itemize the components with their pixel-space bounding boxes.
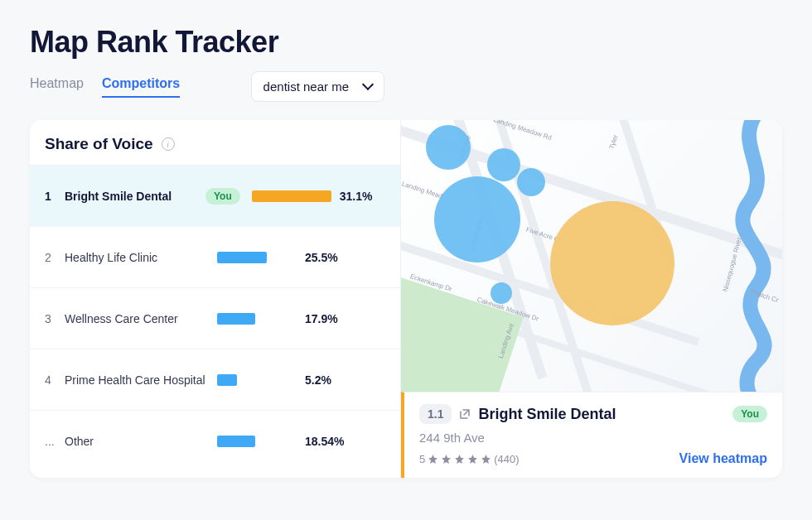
business-detail-card: 1.1 Bright Smile Dental You 244 9th Ave … [401, 392, 782, 478]
stars-value: 5 [419, 453, 425, 465]
star-icon [467, 454, 478, 465]
pct-label: 5.2% [305, 373, 331, 387]
competitor-name: Prime Health Care Hospital [65, 373, 205, 387]
rank-number: 1 [45, 190, 65, 203]
map-bubble[interactable] [487, 148, 520, 181]
view-heatmap-link[interactable]: View heatmap [679, 451, 767, 466]
table-row[interactable]: 4 Prime Health Care Hospital 5.2% [30, 349, 400, 411]
competitor-name: Healthy Life Clinic [65, 251, 205, 264]
competitor-name: Bright Smile Dental [65, 190, 205, 203]
bar-fill [217, 374, 237, 386]
info-icon[interactable]: i [162, 137, 175, 151]
rank-number: 2 [45, 251, 65, 264]
table-row[interactable]: 2 Healthy Life Clinic 25.5% [30, 227, 400, 288]
bar-fill [252, 190, 331, 202]
external-link-icon[interactable] [460, 409, 470, 419]
bar-wrap: 17.9% [217, 312, 385, 325]
map-view[interactable]: Landing Meadow Rd Landing Mead Eckenkamp… [401, 120, 782, 392]
map-bubble[interactable] [426, 125, 471, 170]
rank-number: 4 [45, 373, 65, 387]
tab-heatmap[interactable]: Heatmap [30, 76, 84, 98]
bar-fill [217, 313, 255, 325]
map-bubble[interactable] [434, 176, 520, 262]
rank-number: 3 [45, 312, 65, 325]
bar-wrap: 18.54% [217, 435, 385, 448]
bar-wrap: 25.5% [217, 251, 385, 264]
right-panel: Landing Meadow Rd Landing Mead Eckenkamp… [401, 120, 782, 478]
table-row[interactable]: ... Other 18.54% [30, 411, 400, 472]
tabs: Heatmap Competitors [30, 76, 180, 98]
rank-number: ... [45, 435, 65, 448]
map-bubble[interactable] [517, 168, 545, 196]
map-bubble[interactable] [491, 282, 512, 304]
main-panels: Share of Voice i 1 Bright Smile Dental Y… [30, 120, 782, 478]
share-of-voice-panel: Share of Voice i 1 Bright Smile Dental Y… [30, 120, 401, 478]
controls-bar: Heatmap Competitors dentist near me [0, 71, 812, 120]
reviews-count: (440) [494, 453, 519, 465]
tab-competitors[interactable]: Competitors [102, 76, 180, 98]
map-road-label: Landing Mead [401, 180, 443, 200]
rating-stars: 5 (440) [419, 453, 520, 465]
table-row[interactable]: 1 Bright Smile Dental You 31.1% [30, 166, 400, 227]
map-river [658, 120, 782, 392]
avg-rank-pill: 1.1 [419, 404, 452, 424]
business-name: Bright Smile Dental [478, 406, 724, 423]
you-badge: You [732, 406, 767, 422]
keyword-selected-label: dentist near me [263, 79, 349, 94]
business-address: 244 9th Ave [419, 431, 767, 445]
bar-wrap: 5.2% [217, 373, 385, 387]
star-icon [428, 454, 438, 465]
panel-title: Share of Voice [45, 135, 153, 153]
pct-label: 18.54% [305, 435, 344, 448]
map-road-label: Tyler [608, 134, 620, 150]
star-icon [441, 454, 452, 465]
competitor-name: Other [65, 435, 205, 448]
keyword-select[interactable]: dentist near me [251, 71, 384, 102]
pct-label: 25.5% [305, 251, 338, 264]
map-bubble-selected[interactable] [550, 201, 674, 325]
bar-wrap: 31.1% [252, 190, 385, 203]
competitor-name: Wellness Care Center [65, 312, 205, 325]
pct-label: 17.9% [305, 312, 338, 325]
page-title: Map Rank Tracker [0, 0, 812, 71]
you-badge: You [205, 188, 240, 205]
star-icon [454, 454, 465, 465]
bar-fill [217, 252, 267, 263]
star-icon [481, 454, 491, 465]
bar-fill [217, 436, 255, 447]
panel-header: Share of Voice i [30, 120, 400, 166]
table-row[interactable]: 3 Wellness Care Center 17.9% [30, 288, 400, 349]
chevron-down-icon [362, 79, 374, 90]
pct-label: 31.1% [340, 190, 373, 203]
